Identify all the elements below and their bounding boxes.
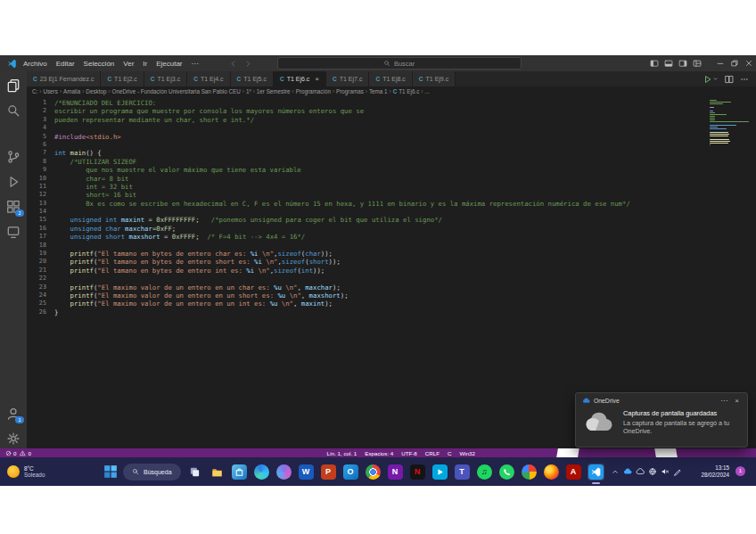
menu-ejecutar[interactable]: Ejecutar [156, 60, 182, 68]
taskbar-app-teams[interactable]: T [454, 464, 471, 481]
status-segment[interactable]: Lín. 1, col. 1 [327, 450, 357, 456]
taskbar-app-onenote[interactable]: N [387, 464, 404, 481]
taskbar-app-netflix[interactable]: N [409, 464, 426, 481]
command-search-box[interactable]: Buscar [277, 57, 522, 70]
toast-body[interactable]: Capturas de pantalla guardadas La captur… [576, 407, 747, 437]
panel-right-button[interactable] [676, 55, 690, 71]
activity-search[interactable] [6, 103, 21, 118]
menu-overflow[interactable]: ⋯ [192, 60, 199, 68]
taskbar-app-edge[interactable] [253, 464, 270, 481]
tab-t1-ej7.c[interactable]: CT1 Ej7.c [326, 71, 369, 86]
activity-source-control[interactable] [6, 150, 21, 164]
panel-left-button[interactable] [647, 55, 662, 71]
prime-video-icon [432, 464, 448, 480]
menu-editar[interactable]: Editar [56, 60, 75, 68]
netflix-icon: N [410, 464, 425, 480]
activity-accounts[interactable]: 1 [6, 407, 21, 421]
taskbar-app-microsoft-store[interactable] [231, 464, 248, 481]
tab-t1-ej3.c[interactable]: CT1 Ej3.c [144, 71, 187, 86]
forward-icon[interactable] [244, 60, 252, 68]
taskbar-app-file-explorer[interactable] [209, 464, 226, 481]
taskbar-app-acrobat[interactable]: A [565, 464, 582, 481]
back-icon[interactable] [229, 60, 237, 68]
taskbar-search[interactable]: Búsqueda [123, 464, 181, 481]
menu-ver[interactable]: Ver [123, 60, 134, 68]
tab-t1-ej5.c[interactable]: CT1 Ej5.c [231, 71, 274, 86]
code-token: \n" [285, 292, 301, 300]
taskbar-app-microsoft-loop[interactable] [275, 464, 292, 481]
breadcrumb-item[interactable]: 1er Semestre [256, 88, 292, 94]
panel-bottom-icon [664, 59, 673, 68]
taskbar-app-word[interactable]: W [298, 464, 315, 481]
tray-network[interactable] [647, 467, 657, 477]
breadcrumb-item[interactable]: CT1 Ej6.c [392, 88, 421, 94]
breadcrumb-item[interactable]: Programación [295, 88, 332, 94]
tab-t1-ej2.c[interactable]: CT1 Ej2.c [101, 71, 144, 86]
start-button[interactable] [103, 464, 118, 479]
breadcrumb-item[interactable]: Desktop [85, 88, 107, 94]
taskbar-app-firefox[interactable] [543, 464, 560, 481]
status-segment[interactable]: UTF-8 [401, 450, 417, 456]
tray-chevron-up[interactable] [610, 467, 620, 477]
close-button[interactable] [742, 55, 756, 71]
warning-icon [20, 450, 26, 456]
breadcrumb-item[interactable]: Users [42, 88, 58, 94]
taskbar-app-task-view[interactable] [186, 464, 203, 481]
tab-close-icon[interactable]: × [315, 76, 319, 83]
split-editor-button[interactable] [725, 75, 734, 84]
tab-t1-ej6.c[interactable]: CT1 Ej6.c× [274, 71, 326, 86]
status-segment[interactable]: Win32 [459, 450, 475, 456]
menu-ir[interactable]: Ir [143, 60, 147, 68]
toast-close-button[interactable]: × [733, 397, 741, 405]
status-warnings[interactable]: 0 [20, 450, 30, 456]
activity-extensions[interactable]: 2 [6, 200, 21, 214]
minimap[interactable] [710, 100, 751, 146]
customize-layout-button[interactable] [690, 55, 704, 71]
taskbar-clock[interactable]: 13:15 28/02/2024 [701, 457, 729, 486]
activity-explorer[interactable] [6, 78, 21, 93]
toast-more-button[interactable]: ⋯ [719, 397, 729, 405]
notification-badge[interactable]: 1 [735, 466, 745, 476]
tab-t1-ej8.c[interactable]: CT1 Ej8.c [369, 71, 412, 86]
taskbar-app-powerpoint[interactable]: P [320, 464, 337, 481]
breadcrumb-item[interactable]: C: [31, 88, 38, 94]
taskbar-app-outlook[interactable]: O [342, 464, 359, 481]
taskbar-app-spotify[interactable]: ♫ [476, 464, 493, 481]
panel-bottom-button[interactable] [662, 55, 676, 71]
code-token: /* F=4 bit --> 4x4 = 16*/ [207, 233, 305, 241]
breadcrumb-item[interactable]: OneDrive - Fundación Universitaria San P… [111, 88, 242, 94]
more-actions-button[interactable] [740, 75, 749, 84]
tray-cloud[interactable] [635, 467, 645, 477]
tray-volume-mute[interactable] [660, 467, 670, 477]
breadcrumb-item[interactable]: Tema 1 [368, 88, 389, 94]
menu-archivo[interactable]: Archivo [23, 60, 47, 68]
weather-widget[interactable]: 8°C Soleado [7, 457, 45, 486]
status-errors[interactable]: 0 [5, 450, 16, 456]
tab-t1-ej4.c[interactable]: CT1 Ej4.c [187, 71, 230, 86]
activity-run-debug[interactable] [6, 175, 21, 189]
tray-onedrive[interactable] [622, 467, 632, 477]
breadcrumb-item[interactable]: Amalia [62, 88, 81, 94]
code-token: unsigned short [70, 233, 126, 241]
breadcrumb-item[interactable]: ... [423, 88, 430, 94]
tab-23-ej1-fernandez.c[interactable]: C23 Ej1 Fernandez.c [27, 71, 101, 86]
minimize-button[interactable] [713, 55, 727, 71]
activity-remote-explorer[interactable] [6, 225, 21, 239]
menu-selección[interactable]: Selección [84, 60, 115, 68]
breadcrumb-item[interactable]: Programas [335, 88, 365, 94]
tab-t1-ej9.c[interactable]: CT1 Ej9.c [413, 71, 456, 86]
restore-button[interactable] [727, 55, 742, 71]
activity-settings[interactable] [6, 431, 21, 446]
breadcrumb-item[interactable]: 1º [245, 88, 252, 94]
code-token: printf [70, 258, 94, 266]
status-segment[interactable]: Espacios: 4 [365, 450, 393, 456]
taskbar-app-chrome[interactable] [365, 464, 382, 481]
tray-pen[interactable] [672, 467, 682, 477]
status-segment[interactable]: C [448, 450, 451, 456]
taskbar-app-google-photos[interactable] [521, 464, 538, 481]
status-segment[interactable]: CRLF [425, 450, 440, 456]
taskbar-app-whatsapp[interactable] [498, 464, 515, 481]
run-button[interactable] [703, 75, 719, 84]
taskbar-app-prime-video[interactable] [431, 464, 448, 481]
taskbar-app-vscode[interactable] [588, 464, 604, 481]
